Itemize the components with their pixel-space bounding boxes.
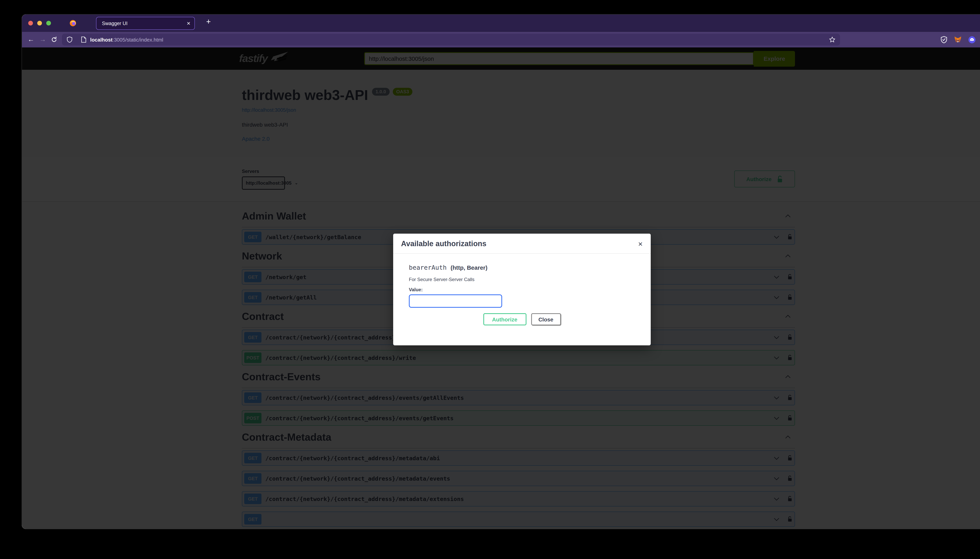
- authorizations-modal: Available authorizations ✕ bearerAuth (h…: [393, 234, 651, 346]
- modal-authorize-button[interactable]: Authorize: [483, 313, 526, 325]
- tab-close-icon[interactable]: ✕: [187, 21, 190, 26]
- address-bar[interactable]: localhost:3005/static/index.html: [62, 34, 840, 45]
- new-tab-button[interactable]: +: [206, 17, 211, 26]
- close-window-button[interactable]: [28, 21, 33, 25]
- maximize-window-button[interactable]: [46, 21, 51, 25]
- browser-window: Swagger UI ✕ + ← → localhost:300: [22, 15, 980, 529]
- value-label: Value:: [409, 287, 635, 293]
- url-host: localhost: [90, 36, 112, 43]
- back-button[interactable]: ←: [25, 36, 37, 43]
- browser-tab-bar: Swagger UI ✕ +: [22, 15, 980, 31]
- desktop: Swagger UI ✕ + ← → localhost:300: [0, 0, 980, 559]
- bookmark-star-icon[interactable]: [825, 36, 835, 43]
- tracking-shield-icon[interactable]: [62, 36, 73, 43]
- metamask-icon[interactable]: [954, 36, 962, 43]
- modal-close-icon[interactable]: ✕: [638, 241, 643, 247]
- auth-scheme-name: bearerAuth: [409, 264, 447, 271]
- auth-scheme-meta: (http, Bearer): [451, 264, 488, 271]
- page-info-icon[interactable]: [76, 36, 86, 43]
- shield-check-icon[interactable]: [940, 36, 947, 43]
- swagger-page: fastify Explore: [22, 48, 980, 529]
- auth-scheme-description: For Secure Server-Server Calls: [409, 277, 635, 282]
- token-value-input[interactable]: [409, 294, 502, 308]
- url-path: :3005/static/index.html: [112, 36, 163, 43]
- reload-icon[interactable]: [51, 36, 57, 43]
- minimize-window-button[interactable]: [37, 21, 42, 25]
- modal-title: Available authorizations: [401, 240, 486, 248]
- firefox-view-icon[interactable]: [69, 19, 77, 27]
- modal-close-button[interactable]: Close: [531, 313, 561, 325]
- phantom-icon[interactable]: [968, 36, 976, 43]
- tab-swagger-ui[interactable]: Swagger UI ✕: [96, 17, 195, 30]
- forward-button[interactable]: →: [37, 36, 49, 43]
- toolbar-extensions: [940, 36, 980, 43]
- tab-title: Swagger UI: [102, 21, 187, 26]
- browser-toolbar: ← → localhost:3005/static/index.html: [22, 31, 980, 48]
- window-controls: [28, 21, 51, 25]
